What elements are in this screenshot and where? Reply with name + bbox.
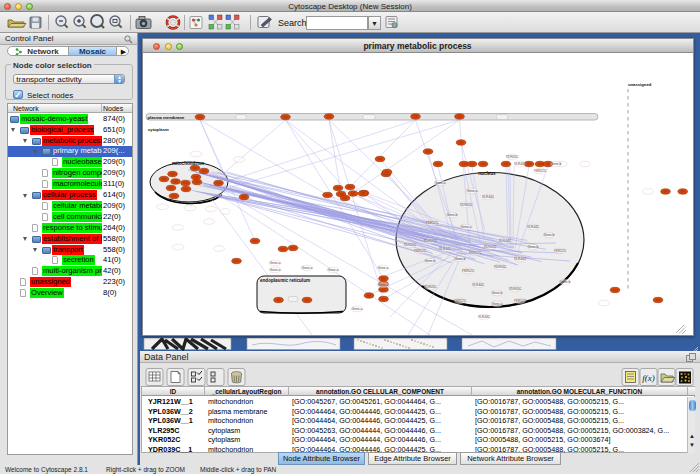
- svg-text:Gene-b: Gene-b: [454, 257, 465, 261]
- svg-text:YKR52C: YKR52C: [513, 299, 526, 303]
- svg-text:YLR44C: YLR44C: [513, 257, 526, 261]
- svg-text:YLR44C: YLR44C: [498, 239, 511, 243]
- svg-text:YLR44C: YLR44C: [526, 225, 539, 229]
- svg-text:YLR44C: YLR44C: [513, 162, 526, 166]
- svg-text:Gene-a: Gene-a: [466, 189, 477, 193]
- svg-text:Gene-b: Gene-b: [446, 213, 457, 217]
- svg-text:YKR52C: YKR52C: [413, 249, 426, 253]
- svg-text:Gene-a: Gene-a: [351, 307, 362, 311]
- svg-text:Gene-b: Gene-b: [491, 291, 502, 295]
- svg-text:Gene-a: Gene-a: [301, 266, 312, 270]
- svg-text:YKR52C: YKR52C: [553, 249, 566, 253]
- svg-text:YLR44C: YLR44C: [438, 247, 451, 251]
- svg-text:YKR52C: YKR52C: [461, 269, 474, 273]
- svg-text:YLR44C: YLR44C: [477, 315, 490, 319]
- svg-text:mitochondrion: mitochondrion: [171, 161, 203, 166]
- svg-text:Gene-b: Gene-b: [543, 233, 554, 237]
- svg-text:Gene-a: Gene-a: [269, 261, 280, 265]
- svg-text:YDR05C: YDR05C: [423, 285, 436, 289]
- svg-text:YDR05C: YDR05C: [403, 243, 416, 247]
- svg-text:YKR52C: YKR52C: [425, 221, 438, 225]
- svg-text:Gene-b: Gene-b: [559, 280, 570, 284]
- svg-text:YKR52C: YKR52C: [468, 251, 481, 255]
- svg-text:YDR05C: YDR05C: [483, 245, 496, 249]
- svg-text:Gene-a: Gene-a: [434, 181, 445, 185]
- svg-text:YDR05C: YDR05C: [493, 265, 506, 269]
- svg-text:Gene-a: Gene-a: [269, 268, 280, 272]
- svg-text:Gene-a: Gene-a: [377, 283, 388, 287]
- svg-text:Gene-a: Gene-a: [377, 266, 388, 270]
- svg-text:YDR05C: YDR05C: [423, 239, 436, 243]
- svg-text:YKR52C: YKR52C: [533, 169, 546, 173]
- svg-text:nucleus: nucleus: [478, 171, 496, 176]
- svg-text:Gene-a: Gene-a: [460, 225, 471, 229]
- svg-text:Gene-a: Gene-a: [327, 268, 338, 272]
- svg-text:plasma membrane: plasma membrane: [147, 114, 184, 119]
- svg-text:Gene-b: Gene-b: [550, 162, 561, 166]
- svg-text:YDR05C: YDR05C: [505, 155, 518, 159]
- svg-text:Gene-a: Gene-a: [491, 302, 502, 306]
- svg-text:endoplasmic reticulum: endoplasmic reticulum: [260, 277, 310, 282]
- svg-text:YDR05C: YDR05C: [508, 287, 521, 291]
- svg-text:unassigned: unassigned: [628, 82, 652, 87]
- svg-text:YLR44C: YLR44C: [481, 195, 494, 199]
- svg-text:YDR05C: YDR05C: [459, 203, 472, 207]
- svg-text:Gene-b: Gene-b: [424, 259, 435, 263]
- svg-text:f(x): f(x): [642, 373, 655, 383]
- svg-text:cytoplasm: cytoplasm: [148, 126, 169, 131]
- svg-text:Gene-b: Gene-b: [527, 245, 538, 249]
- svg-text:YKR52C: YKR52C: [453, 299, 466, 303]
- svg-text:YLR44C: YLR44C: [471, 283, 484, 287]
